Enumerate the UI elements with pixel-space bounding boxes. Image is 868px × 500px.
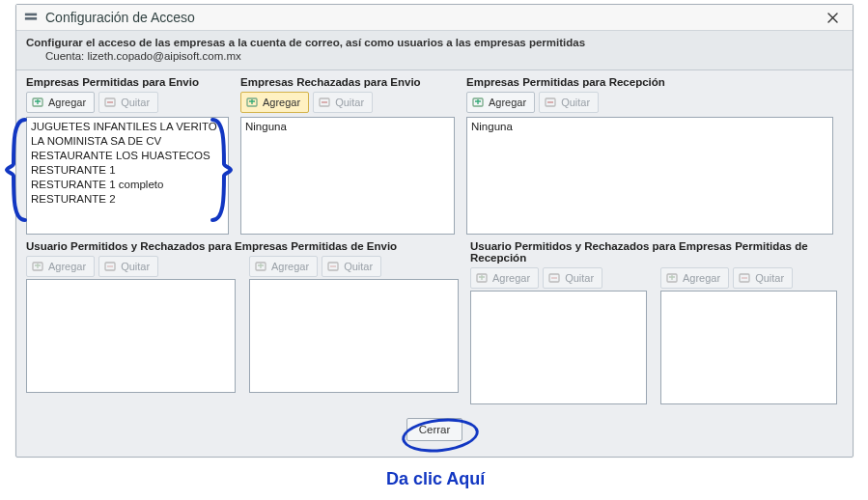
group-send-right-toolbar: Agregar Quitar	[249, 256, 459, 277]
list-item[interactable]: LA NOMINISTA SA DE CV	[31, 134, 224, 149]
group-receive-right-toolbar: Agregar Quitar	[660, 267, 837, 289]
rejected-send-remove-button[interactable]: Quitar	[313, 92, 373, 113]
list-item[interactable]: Ninguna	[245, 120, 450, 134]
remove-icon	[738, 271, 751, 285]
group-receive-users: Usuario Permitidos y Rechazados para Emp…	[470, 240, 837, 404]
list-item[interactable]: RESTURANTE 1 completo	[31, 178, 224, 192]
group-receive-title: Usuario Permitidos y Rechazados para Emp…	[470, 240, 837, 264]
config-window: Configuración de Acceso Configurar el ac…	[15, 4, 854, 458]
add-label: Agregar	[683, 272, 720, 284]
group-send-title: Usuario Permitidos y Rechazados para Emp…	[26, 240, 459, 252]
group-receive-right-remove[interactable]: Quitar	[733, 267, 793, 289]
window-close-button[interactable]	[816, 5, 849, 30]
allowed-send-title: Empresas Permitidas para Envio	[26, 76, 229, 88]
bottom-row: Usuario Permitidos y Rechazados para Emp…	[26, 240, 843, 404]
add-label: Agregar	[48, 97, 86, 108]
info-bar: Configurar el acceso de las empresas a l…	[16, 31, 853, 70]
rejected-send-list[interactable]: Ninguna	[240, 117, 455, 235]
group-receive-right-list[interactable]	[660, 291, 837, 404]
close-icon	[827, 13, 838, 23]
group-send-left: Agregar Quitar	[26, 256, 236, 393]
panel-rejected-send: Empresas Rechazadas para Envio Agregar Q…	[240, 76, 455, 235]
group-send-dual: Agregar Quitar	[26, 256, 459, 393]
remove-label: Quitar	[121, 261, 150, 272]
list-item[interactable]: RESTAURANTE LOS HUASTECOS	[31, 149, 224, 163]
list-item[interactable]: JUGUETES INFANTILES LA VERITO	[31, 120, 224, 134]
remove-icon	[544, 96, 557, 109]
titlebar: Configuración de Acceso	[16, 5, 853, 31]
group-receive-left-list[interactable]	[470, 291, 647, 404]
app-icon	[24, 11, 38, 24]
top-row: Empresas Permitidas para Envio Agregar Q…	[26, 76, 843, 235]
remove-label: Quitar	[344, 261, 373, 272]
group-receive-left: Agregar Quitar	[470, 267, 647, 404]
group-receive-left-add[interactable]: Agregar	[470, 267, 539, 289]
add-icon	[471, 96, 485, 109]
window-title: Configuración de Acceso	[45, 10, 195, 25]
group-send-users: Usuario Permitidos y Rechazados para Emp…	[26, 240, 459, 404]
allowed-send-add-button[interactable]: Agregar	[26, 92, 95, 113]
group-send-right-add[interactable]: Agregar	[249, 256, 318, 277]
allowed-receive-list[interactable]: Ninguna	[466, 117, 833, 235]
add-icon	[31, 96, 44, 109]
remove-icon	[103, 260, 117, 273]
remove-icon	[547, 271, 561, 285]
allowed-send-remove-button[interactable]: Quitar	[98, 92, 158, 113]
content-area: Empresas Permitidas para Envio Agregar Q…	[16, 70, 853, 458]
panel-allowed-receive: Empresas Permitidas para Recepción Agreg…	[466, 76, 833, 235]
group-send-right-list[interactable]	[249, 279, 459, 393]
list-item[interactable]: RESTURANTE 1	[31, 163, 224, 178]
group-receive-left-remove[interactable]: Quitar	[543, 267, 602, 289]
add-label: Agregar	[489, 97, 526, 108]
remove-icon	[326, 260, 340, 273]
group-send-right: Agregar Quitar	[249, 256, 459, 393]
allowed-receive-title: Empresas Permitidas para Recepción	[466, 76, 833, 88]
annotation-callout: Da clic Aquí	[386, 469, 485, 489]
panel-allowed-send: Empresas Permitidas para Envio Agregar Q…	[26, 76, 229, 235]
allowed-receive-toolbar: Agregar Quitar	[466, 92, 833, 113]
remove-label: Quitar	[755, 272, 784, 284]
rejected-send-add-button[interactable]: Agregar	[240, 92, 309, 113]
add-icon	[31, 260, 44, 273]
remove-label: Quitar	[565, 272, 594, 284]
rejected-send-toolbar: Agregar Quitar	[240, 92, 455, 113]
add-label: Agregar	[263, 97, 300, 108]
allowed-receive-remove-button[interactable]: Quitar	[539, 92, 599, 113]
group-receive-left-toolbar: Agregar Quitar	[470, 267, 647, 289]
group-send-left-list[interactable]	[26, 279, 236, 393]
group-send-left-remove[interactable]: Quitar	[98, 256, 158, 277]
svg-rect-1	[25, 17, 37, 20]
instruction-text: Configurar el acceso de las empresas a l…	[26, 37, 843, 48]
add-icon	[475, 271, 489, 285]
close-button[interactable]: Cerrar	[406, 418, 463, 441]
group-receive-right: Agregar Quitar	[660, 267, 837, 404]
allowed-receive-add-button[interactable]: Agregar	[466, 92, 535, 113]
svg-rect-0	[25, 14, 37, 16]
remove-icon	[318, 96, 331, 109]
add-icon	[665, 271, 679, 285]
close-label: Cerrar	[419, 424, 451, 435]
add-label: Agregar	[48, 261, 86, 272]
group-send-right-remove[interactable]: Quitar	[322, 256, 381, 277]
account-line: Cuenta: lizeth.copado@aipisoft.com.mx	[26, 50, 843, 62]
add-label: Agregar	[492, 272, 530, 284]
add-icon	[254, 260, 267, 273]
list-item[interactable]: Ninguna	[471, 120, 828, 134]
footer: Cerrar	[26, 410, 843, 449]
remove-label: Quitar	[121, 97, 150, 108]
remove-icon	[103, 96, 117, 109]
remove-label: Quitar	[561, 97, 590, 108]
allowed-send-list[interactable]: JUGUETES INFANTILES LA VERITOLA NOMINIST…	[26, 117, 229, 235]
account-value: lizeth.copado@aipisoft.com.mx	[87, 50, 240, 62]
group-send-left-toolbar: Agregar Quitar	[26, 256, 236, 277]
remove-label: Quitar	[335, 97, 364, 108]
group-send-left-add[interactable]: Agregar	[26, 256, 95, 277]
add-icon	[245, 96, 259, 109]
add-label: Agregar	[271, 261, 309, 272]
list-item[interactable]: RESTURANTE 2	[31, 192, 224, 207]
group-receive-right-add[interactable]: Agregar	[660, 267, 729, 289]
account-label: Cuenta:	[45, 50, 84, 62]
allowed-send-toolbar: Agregar Quitar	[26, 92, 229, 113]
group-receive-dual: Agregar Quitar	[470, 267, 837, 404]
rejected-send-title: Empresas Rechazadas para Envio	[240, 76, 455, 88]
